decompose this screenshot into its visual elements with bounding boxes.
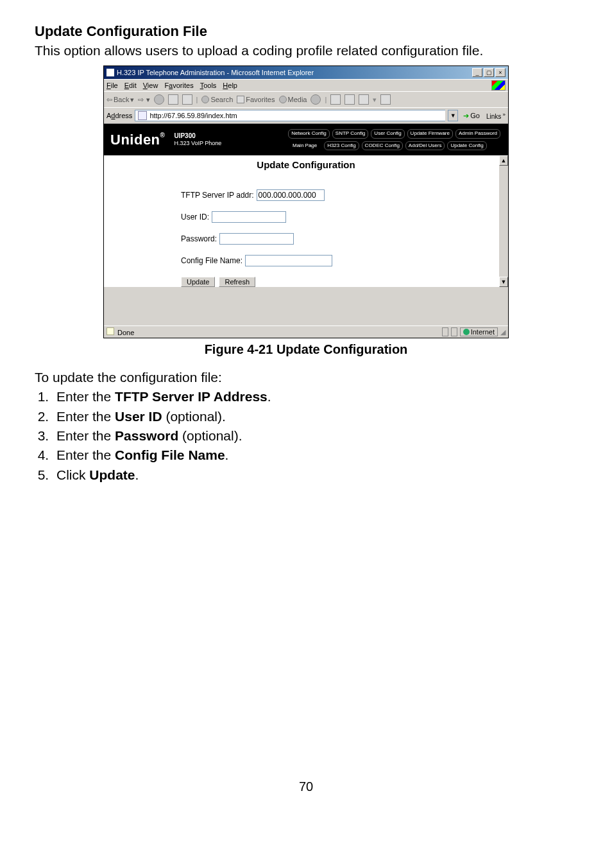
nav-tabs: Network Config SNTP Config User Config U… (288, 129, 502, 150)
configfile-input[interactable] (245, 255, 332, 266)
step-1: Enter the TFTP Server IP Address. (53, 388, 577, 406)
address-dropdown-icon[interactable]: ▼ (448, 110, 458, 121)
discuss-icon[interactable] (380, 94, 391, 105)
menu-view[interactable]: View (143, 82, 158, 89)
status-zone: Internet (460, 327, 498, 336)
close-button[interactable]: × (495, 68, 506, 77)
figure: H.323 IP Telephone Administration - Micr… (35, 65, 577, 338)
page-number: 70 (35, 779, 577, 794)
password-label: Password: (181, 234, 217, 243)
menu-favorites[interactable]: Favorites (164, 82, 193, 89)
config-form: TFTP Server IP addr: User ID: Password: (104, 189, 508, 266)
scroll-up-arrow-icon[interactable]: ▲ (499, 155, 508, 166)
status-cell-2 (451, 327, 457, 336)
resize-grip-icon[interactable]: ◢ (500, 328, 506, 336)
password-input[interactable] (219, 233, 294, 245)
addressbar: Address http://67.96.59.89/index.htm ▼ ➔… (104, 107, 508, 123)
page-content: Uniden® UIP300 H.323 VoIP Phone Network … (104, 123, 508, 287)
links-button[interactable]: Links » (486, 112, 506, 120)
status-cell-1 (442, 327, 448, 336)
globe-icon (463, 329, 470, 335)
page-title: Update Configuration (104, 155, 508, 189)
menu-file[interactable]: FFileile (106, 82, 118, 89)
step-5: Click Update. (53, 466, 577, 484)
refresh-button[interactable]: Refresh (219, 277, 255, 287)
address-input[interactable]: http://67.96.59.89/index.htm (135, 110, 445, 121)
tab-main-page[interactable]: Main Page (288, 141, 321, 150)
step-2: Enter the User ID (optional). (53, 408, 577, 426)
tab-add-del-users[interactable]: Add/Del Users (405, 141, 445, 150)
scroll-down-arrow-icon[interactable]: ▼ (499, 277, 508, 287)
tab-user-config[interactable]: User Config (371, 129, 404, 138)
page-icon (138, 111, 147, 120)
forward-button[interactable]: ⇨ ▾ (138, 96, 149, 104)
search-button[interactable]: Search (201, 96, 233, 103)
tftp-input[interactable] (257, 189, 325, 201)
address-label: Address (106, 112, 132, 119)
print-icon[interactable] (344, 94, 355, 105)
section-heading: Update Configuration File (35, 23, 577, 40)
instructions-lead: To update the configuration file: (35, 369, 577, 386)
refresh-icon[interactable] (168, 94, 178, 105)
model-info: UIP300 H.323 VoIP Phone (174, 132, 221, 147)
media-button[interactable]: Media (279, 96, 307, 103)
status-left: Done (106, 327, 134, 336)
menu-edit[interactable]: Edit (124, 82, 137, 89)
window-titlebar: H.323 IP Telephone Administration - Micr… (104, 66, 508, 79)
userid-input[interactable] (212, 211, 286, 223)
history-icon[interactable] (310, 94, 321, 105)
configfile-label: Config File Name: (181, 256, 242, 265)
update-button[interactable]: Update (181, 277, 215, 287)
app-header: Uniden® UIP300 H.323 VoIP Phone Network … (104, 124, 508, 155)
tab-network-config[interactable]: Network Config (288, 129, 330, 138)
edit-icon[interactable] (359, 94, 369, 105)
toolbar: ⇦ Back ▾ ⇨ ▾ | Search Favorites Media | … (104, 91, 508, 107)
minimize-button[interactable]: _ (472, 68, 482, 77)
menu-tools[interactable]: Tools (200, 82, 217, 89)
stop-icon[interactable] (154, 94, 164, 105)
mail-icon[interactable] (330, 94, 341, 105)
ie-icon (106, 69, 114, 76)
tab-admin-password[interactable]: Admin Password (455, 129, 500, 138)
done-icon (106, 327, 114, 335)
go-button[interactable]: ➔Go (463, 112, 480, 120)
figure-caption: Figure 4-21 Update Configuration (35, 342, 577, 357)
instructions: To update the configuration file: Enter … (35, 369, 577, 484)
tab-h323-config[interactable]: H323 Config (324, 141, 359, 150)
step-4: Enter the Config File Name. (53, 446, 577, 464)
windows-logo-icon (491, 80, 506, 91)
ie-window: H.323 IP Telephone Administration - Micr… (103, 65, 509, 338)
window-title: H.323 IP Telephone Administration - Micr… (117, 69, 314, 76)
tftp-label: TFTP Server IP addr: (181, 191, 254, 200)
tab-update-config[interactable]: Update Config (447, 141, 486, 150)
statusbar: Done Internet ◢ (104, 326, 508, 338)
app-body: ▲ ▼ Update Configuration TFTP Server IP … (104, 155, 508, 287)
section-intro: This option allows users to upload a cod… (35, 42, 577, 59)
tab-sntp-config[interactable]: SNTP Config (332, 129, 369, 138)
home-icon[interactable] (182, 94, 192, 105)
back-button[interactable]: ⇦ Back ▾ (106, 96, 134, 104)
tab-codec-config[interactable]: CODEC Config (362, 141, 403, 150)
userid-label: User ID: (181, 213, 209, 221)
step-3: Enter the Password (optional). (53, 427, 577, 445)
instructions-list: Enter the TFTP Server IP Address. Enter … (53, 388, 577, 484)
vertical-scrollbar[interactable]: ▲ ▼ (499, 155, 508, 287)
brand-logo: Uniden® (110, 132, 165, 148)
tab-update-firmware[interactable]: Update Firmware (407, 129, 453, 138)
menu-help[interactable]: Help (223, 82, 237, 89)
maximize-button[interactable]: ▢ (484, 68, 494, 77)
favorites-button[interactable]: Favorites (237, 96, 275, 103)
menubar: FFileile Edit View Favorites Tools Help (104, 79, 508, 91)
